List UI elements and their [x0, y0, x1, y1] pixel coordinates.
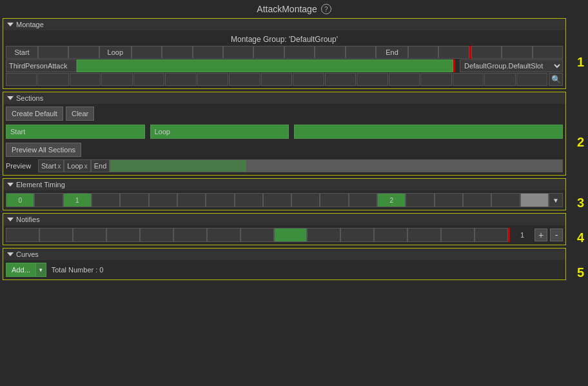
small-cell-17: [516, 73, 547, 86]
notify-count: 1: [513, 231, 532, 239]
timing-cell-2: 1: [63, 193, 92, 207]
start-remove-button[interactable]: x: [57, 163, 61, 170]
sections-content: Create Default Clear Start Loop Preview …: [3, 104, 565, 175]
small-cell-3: [70, 73, 101, 86]
timing-cell-14: [406, 193, 434, 207]
small-cell-11: [325, 73, 356, 86]
track-name: ThirdPersonAttack: [6, 59, 77, 72]
page-title: AttackMontage: [257, 4, 317, 14]
tl-empty15: [533, 46, 563, 59]
montage-row3: [6, 73, 547, 86]
total-number-label: Total Number : 0: [52, 266, 104, 274]
sections-btn-row: Create Default Clear: [6, 107, 563, 121]
montage-content: Montage Group: 'DefaultGroup' Start Loop: [3, 30, 565, 88]
notifies-section: Notifies: [3, 213, 566, 248]
tl-empty3: [132, 46, 162, 59]
timing-dropdown-button[interactable]: ▼: [549, 193, 563, 207]
add-curve-button[interactable]: Add...: [6, 263, 36, 277]
notify-minus-button[interactable]: -: [550, 229, 563, 241]
small-cell-2: [37, 73, 68, 86]
timing-cell-0: 0: [6, 193, 34, 207]
notify-cell-8: [240, 228, 274, 242]
small-cell-15: [453, 73, 484, 86]
montage-section: Montage Montage Group: 'DefaultGroup' St…: [3, 18, 566, 92]
tl-empty8: [284, 46, 315, 59]
section-tag-end: End: [91, 159, 110, 172]
timing-cell-10: [291, 193, 320, 207]
small-cell-1: [6, 73, 37, 86]
timing-cell-7: [206, 193, 234, 207]
small-cell-8: [229, 73, 260, 86]
section-name-loop: Loop: [150, 125, 289, 139]
small-cell-10: [293, 73, 324, 86]
montage-number: 1: [577, 55, 584, 70]
notify-plus-button[interactable]: +: [534, 229, 547, 241]
curves-header-label: Curves: [16, 250, 39, 258]
curves-collapse-icon: [7, 252, 14, 256]
small-cell-12: [357, 73, 387, 86]
notifies-header[interactable]: Notifies: [3, 214, 565, 225]
preview-label: Preview: [6, 162, 38, 170]
slot-dropdown[interactable]: DefaultGroup.DefaultSlot: [460, 59, 563, 72]
tl-empty7: [253, 46, 284, 59]
track-green-bar: [77, 59, 453, 72]
notify-cell-1: [6, 228, 39, 242]
sections-preview-row: Preview All Sections: [6, 143, 563, 157]
element-timing-header[interactable]: Element Timing: [3, 179, 565, 190]
notify-cell-15: [475, 228, 508, 242]
end-label: End: [376, 46, 408, 59]
montage-group-label: Montage Group: 'DefaultGroup': [6, 33, 563, 46]
montage-row1: Start Loop End: [6, 46, 563, 59]
timing-cell-12: [349, 193, 377, 207]
search-button[interactable]: 🔍: [549, 73, 563, 86]
tl-empty13: [471, 46, 502, 59]
timing-cell-16: [463, 193, 491, 207]
notify-cell-13: [407, 228, 441, 242]
timing-cell-18: [520, 193, 549, 207]
add-button-group: Add... ▼: [6, 263, 46, 277]
montage-header-label: Montage: [16, 21, 44, 28]
element-timing-content: 0 1 2: [3, 190, 565, 210]
preview-all-sections-button[interactable]: Preview All Sections: [6, 143, 81, 157]
sections-header[interactable]: Sections: [3, 92, 565, 104]
timing-cell-6: [177, 193, 206, 207]
tl-empty12: [438, 46, 469, 59]
loop-label: Loop: [99, 46, 132, 59]
small-cell-14: [420, 73, 451, 86]
sections-names-row: Start Loop: [6, 125, 563, 139]
montage-collapse-icon: [7, 23, 14, 26]
notify-cell-9: [274, 228, 308, 242]
timing-cell-1: [34, 193, 63, 207]
sections-track-fill: [110, 160, 246, 172]
sections-section: Sections Create Default Clear Start Loop…: [3, 92, 566, 178]
loop-remove-button[interactable]: x: [84, 163, 88, 170]
notifies-content: 1 + -: [3, 225, 565, 245]
timing-cell-8: [235, 193, 263, 207]
curves-content: Add... ▼ Total Number : 0: [3, 260, 565, 279]
timing-cell-11: [320, 193, 348, 207]
create-default-button[interactable]: Create Default: [6, 107, 63, 121]
help-icon[interactable]: ?: [321, 4, 331, 14]
slot-select[interactable]: DefaultGroup.DefaultSlot: [460, 59, 563, 72]
notifies-header-label: Notifies: [16, 216, 40, 223]
timing-cell-13: 2: [377, 193, 406, 207]
timing-cell-5: [149, 193, 177, 207]
tl-empty9: [315, 46, 345, 59]
small-cell-4: [101, 73, 132, 86]
sections-collapse-icon: [7, 96, 14, 100]
small-cell-13: [389, 73, 420, 86]
notify-cell-7: [207, 228, 240, 242]
add-curve-arrow[interactable]: ▼: [36, 263, 46, 277]
element-timing-number: 3: [577, 196, 584, 210]
montage-header[interactable]: Montage: [3, 19, 565, 30]
notifies-collapse-icon: [7, 218, 14, 221]
tl-empty11: [408, 46, 438, 59]
clear-button[interactable]: Clear: [66, 107, 94, 121]
title-bar: AttackMontage ?: [0, 0, 588, 18]
tl-empty1: [38, 46, 68, 59]
notify-cell-10: [307, 228, 340, 242]
element-timing-section: Element Timing 0 1 2: [3, 178, 566, 213]
tl-empty10: [346, 46, 376, 59]
montage-row2: ThirdPersonAttack DefaultGroup.DefaultSl…: [6, 59, 563, 72]
curves-header[interactable]: Curves: [3, 249, 565, 260]
